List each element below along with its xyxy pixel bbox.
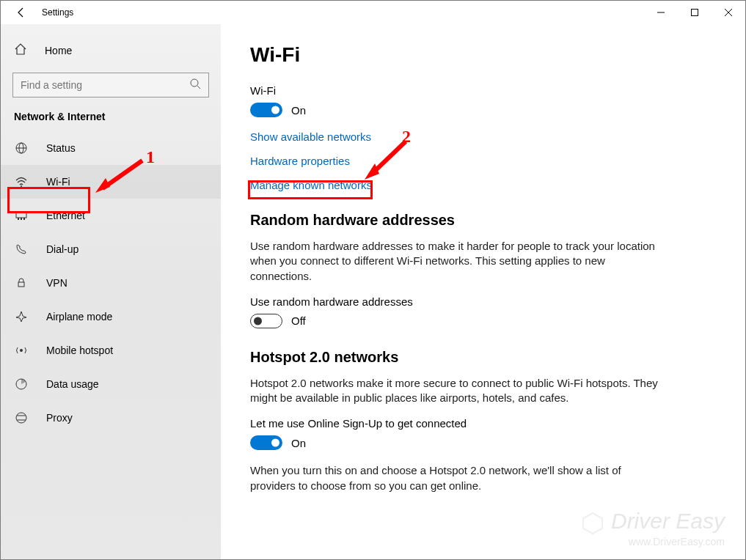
sidebar-item-wifi[interactable]: Wi-Fi [1,165,221,199]
sidebar-item-status[interactable]: Status [1,131,221,165]
random-addresses-title: Random hardware addresses [250,212,716,229]
content-pane: Wi-Fi Wi-Fi On Show available networks H… [221,24,745,559]
svg-point-9 [21,185,22,187]
ethernet-icon [14,209,29,222]
svg-rect-12 [21,218,22,220]
sidebar-item-ethernet[interactable]: Ethernet [1,199,221,232]
svg-point-17 [16,413,26,423]
category-title: Network & Internet [1,111,221,131]
wifi-toggle-label: Wi-Fi [250,84,716,97]
manage-known-networks-link[interactable]: Manage known networks [250,179,716,191]
svg-rect-1 [692,10,698,16]
wifi-toggle-state: On [291,104,306,117]
random-toggle-state: Off [291,314,306,327]
sidebar-item-label: Proxy [46,412,73,424]
svg-rect-13 [23,218,25,220]
svg-rect-10 [16,212,26,218]
svg-rect-11 [18,218,19,220]
search-icon [189,78,201,92]
vpn-icon [14,276,29,290]
home-nav[interactable]: Home [1,36,221,65]
datausage-icon [14,377,29,391]
hotspot-toggle[interactable] [250,435,282,450]
hotspot-desc: Hotspot 2.0 networks make it more secure… [250,376,661,406]
annotation-number-1: 1 [146,147,155,167]
proxy-icon [14,411,29,424]
hotspot-toggle-label: Let me use Online Sign-Up to get connect… [250,417,716,430]
wifi-icon [14,175,29,188]
sidebar-item-hotspot[interactable]: Mobile hotspot [1,334,221,367]
svg-point-15 [20,349,23,352]
home-icon [14,43,27,59]
home-label: Home [45,45,72,56]
phone-icon [14,243,29,256]
random-toggle[interactable] [250,314,282,328]
svg-line-5 [197,86,200,89]
sidebar-item-label: Airplane mode [46,311,112,323]
hotspot-icon [14,344,29,357]
sidebar-item-label: Data usage [46,378,99,390]
random-addresses-desc: Use random hardware addresses to make it… [250,239,661,284]
sidebar-item-vpn[interactable]: VPN [1,266,221,300]
sidebar-item-label: Status [46,142,76,154]
sidebar-item-airplane[interactable]: Airplane mode [1,300,221,334]
hotspot-desc2: When you turn this on and choose a Hotsp… [250,463,661,493]
hotspot-title: Hotspot 2.0 networks [250,349,716,366]
window-title: Settings [42,7,73,18]
random-toggle-label: Use random hardware addresses [250,295,716,308]
globe-icon [14,141,29,155]
sidebar-item-datausage[interactable]: Data usage [1,367,221,401]
hotspot-toggle-state: On [291,437,306,449]
page-title: Wi-Fi [250,43,716,67]
search-input[interactable] [21,79,189,91]
sidebar-item-label: Dial-up [46,243,78,255]
airplane-icon [14,310,29,323]
search-input-container[interactable] [12,73,209,97]
back-button[interactable] [7,1,36,24]
show-available-networks-link[interactable]: Show available networks [250,130,716,143]
svg-point-4 [191,79,198,86]
sidebar-item-label: Wi-Fi [46,176,70,188]
close-button[interactable] [712,1,745,24]
svg-rect-14 [18,282,24,287]
annotation-number-2: 2 [402,127,411,147]
sidebar-item-label: Ethernet [46,210,85,221]
sidebar-item-dialup[interactable]: Dial-up [1,232,221,266]
maximize-button[interactable] [678,1,712,24]
hardware-properties-link[interactable]: Hardware properties [250,155,716,167]
sidebar-item-label: Mobile hotspot [46,345,113,356]
sidebar-item-proxy[interactable]: Proxy [1,401,221,435]
minimize-button[interactable] [644,1,678,24]
wifi-toggle[interactable] [250,103,282,117]
sidebar-item-label: VPN [46,277,67,289]
sidebar: Home Network & Internet Status Wi-Fi Eth… [1,24,221,559]
